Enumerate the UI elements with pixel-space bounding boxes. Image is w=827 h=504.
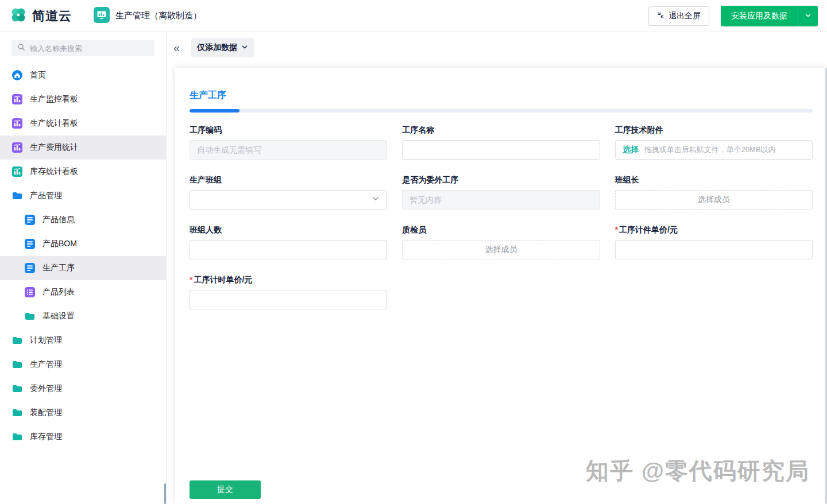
watermark-text: 知乎 @零代码研究局	[586, 455, 810, 487]
sidebar-item-inventory-stats-board[interactable]: 库存统计看板	[0, 160, 166, 184]
form-card: 生产工序 工序编码 工序名称 工序技术附件 选择拖拽或单击后粘贴文件，单个20M…	[175, 68, 827, 504]
sidebar-item-product-bom[interactable]: 产品BOM	[0, 232, 166, 256]
sidebar-search	[11, 40, 154, 56]
field-label: 班组人数	[190, 225, 387, 235]
folder-icon	[24, 311, 36, 322]
current-app: 生产管理（离散制造）	[94, 7, 202, 25]
input-team-size[interactable]	[190, 240, 387, 259]
app-title: 生产管理（离散制造）	[115, 10, 202, 21]
form-progress-fill	[190, 109, 239, 113]
exit-fullscreen-button[interactable]: 退出全屏	[648, 6, 709, 26]
sidebar: 首页 生产监控看板 生产统计看板 生产费用统计 库存统计看板 产品管理 产品信息…	[0, 32, 167, 504]
jiandaoyun-logo[interactable]: 简道云	[9, 6, 72, 26]
search-input[interactable]	[30, 44, 149, 53]
sidebar-item-product-management[interactable]: 产品管理	[0, 184, 166, 208]
sidebar-item-assembly-management[interactable]: 装配管理	[0, 401, 166, 425]
upload-select-link[interactable]: 选择	[623, 145, 639, 155]
sidebar-item-label: 产品管理	[30, 191, 62, 201]
sidebar-item-product-list[interactable]: 产品列表	[0, 280, 166, 304]
form-title: 生产工序	[190, 90, 813, 102]
member-picker-team-leader[interactable]: 选择成员	[615, 190, 813, 210]
folder-icon	[11, 431, 23, 443]
list-icon	[24, 286, 36, 298]
sidebar-item-label: 产品BOM	[42, 239, 77, 249]
folder-icon	[11, 359, 23, 370]
clover-logo-icon	[9, 6, 28, 26]
sidebar-item-label: 生产管理	[30, 359, 62, 370]
sidebar-item-product-info[interactable]: 产品信息	[0, 208, 166, 232]
form-field-production-team: 生产班组	[190, 175, 387, 210]
home-icon	[11, 69, 23, 81]
sidebar-item-label: 生产费用统计	[30, 142, 78, 153]
input-outsourced-flag	[402, 190, 600, 210]
member-picker-qc-inspector[interactable]: 选择成员	[402, 240, 600, 259]
form-field-qc-inspector: 质检员 选择成员	[402, 225, 600, 259]
upload-process-attachment[interactable]: 选择拖拽或单击后粘贴文件，单个20MB以内	[615, 140, 813, 160]
field-label: 质检员	[402, 225, 600, 235]
form-icon	[24, 214, 36, 226]
sidebar-item-plan-management[interactable]: 计划管理	[0, 328, 166, 352]
install-app-dropdown-button[interactable]	[798, 6, 818, 26]
form-progress-track	[190, 109, 813, 113]
sidebar-item-production-management[interactable]: 生产管理	[0, 352, 166, 377]
input-hourly-rate-price[interactable]	[190, 290, 387, 309]
folder-icon	[11, 190, 23, 201]
top-header: 简道云 生产管理（离散制造） 退出全屏	[0, 0, 827, 32]
form-field-outsourced-flag: 是否为委外工序	[402, 175, 600, 210]
submit-row: 提交	[190, 480, 261, 499]
dashboard-icon	[11, 166, 23, 177]
field-label: 是否为委外工序	[402, 175, 600, 185]
sidebar-item-label: 委外管理	[30, 383, 62, 394]
field-label: 生产班组	[190, 175, 387, 185]
sidebar-item-production-stats-board[interactable]: 生产统计看板	[0, 111, 166, 135]
field-label: 工序计件单价/元	[615, 225, 813, 235]
form-toolbar: « 仅添加数据	[167, 32, 827, 63]
main-area: « 仅添加数据 生产工序 工序编码 工序名称 工序技术附件 选择拖拽或单击后粘贴…	[167, 32, 827, 504]
form-field-process-code: 工序编码	[190, 125, 387, 160]
data-mode-dropdown[interactable]: 仅添加数据	[191, 38, 254, 57]
input-process-name[interactable]	[402, 140, 600, 160]
sidebar-item-label: 产品信息	[42, 215, 75, 225]
field-label: 工序名称	[402, 125, 600, 135]
field-label: 工序技术附件	[615, 125, 813, 135]
sidebar-item-inventory-management[interactable]: 库存管理	[0, 425, 166, 449]
select-production-team[interactable]	[190, 190, 387, 210]
sidebar-item-label: 计划管理	[30, 335, 62, 346]
dashboard-icon	[11, 94, 23, 105]
logo-text: 简道云	[32, 7, 72, 25]
app-icon	[94, 7, 110, 25]
chevron-down-icon	[805, 11, 811, 21]
sidebar-item-label: 产品列表	[42, 287, 75, 297]
sidebar-item-label: 库存管理	[30, 432, 62, 442]
input-process-code	[190, 140, 387, 160]
submit-button[interactable]: 提交	[190, 480, 261, 499]
install-app-split-button: 安装应用及数据	[721, 6, 818, 26]
sidebar-item-label: 生产工序	[42, 263, 75, 273]
form-field-team-leader: 班组长 选择成员	[615, 175, 813, 210]
form-grid: 工序编码 工序名称 工序技术附件 选择拖拽或单击后粘贴文件，单个20MB以内 生…	[190, 125, 813, 325]
sidebar-item-basic-settings[interactable]: 基础设置	[0, 304, 166, 328]
sidebar-item-production-cost-stats[interactable]: 生产费用统计	[0, 135, 166, 160]
sidebar-item-production-monitor-board[interactable]: 生产监控看板	[0, 87, 166, 111]
dashboard-icon	[11, 118, 23, 129]
sidebar-item-home[interactable]: 首页	[0, 63, 166, 87]
form-field-piece-rate-price: 工序计件单价/元	[615, 225, 813, 259]
folder-icon	[11, 383, 23, 394]
folder-icon	[11, 407, 23, 418]
field-label: 工序编码	[190, 125, 387, 135]
sidebar-item-production-process[interactable]: 生产工序	[0, 256, 166, 280]
field-label: 工序计时单价/元	[190, 275, 387, 285]
input-piece-rate-price[interactable]	[615, 240, 813, 259]
upload-hint-text: 拖拽或单击后粘贴文件，单个20MB以内	[644, 145, 776, 155]
form-field-process-name: 工序名称	[402, 125, 600, 160]
sidebar-item-outsourcing-management[interactable]: 委外管理	[0, 377, 166, 401]
form-field-hourly-rate-price: 工序计时单价/元	[190, 275, 387, 309]
sidebar-scrollbar-thumb[interactable]	[164, 483, 166, 504]
form-icon	[24, 238, 36, 250]
dashboard-icon	[11, 142, 23, 153]
sidebar-item-label: 基础设置	[42, 311, 75, 321]
install-app-button[interactable]: 安装应用及数据	[721, 6, 798, 26]
sidebar-item-label: 装配管理	[30, 408, 62, 418]
collapse-sidebar-icon[interactable]: «	[170, 42, 183, 53]
sidebar-item-label: 库存统计看板	[30, 166, 78, 177]
